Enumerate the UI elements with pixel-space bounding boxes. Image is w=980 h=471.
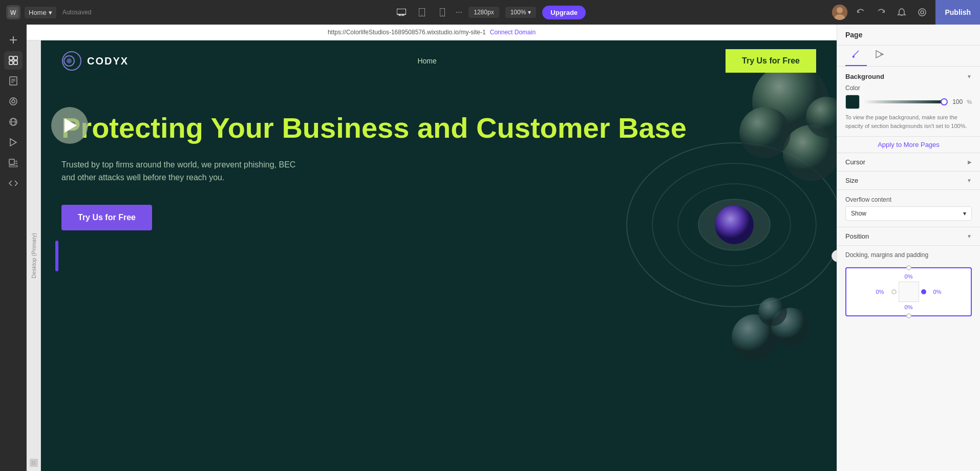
svg-text:W: W — [10, 9, 16, 16]
background-section: Background ▼ Color 100 % To view the pag… — [837, 67, 980, 137]
overflow-label: Overflow content — [845, 196, 972, 203]
url-bar: https://ColorlifeStudios-1689508576.wixs… — [27, 25, 837, 40]
device-toolbar: ··· 1280px 100% ▾ Upgrade — [394, 5, 586, 19]
canvas-resize-handle[interactable] — [55, 241, 58, 271]
docking-top-dot[interactable] — [906, 265, 911, 270]
docking-middle-row: 0% 0% — [851, 282, 966, 302]
canvas-width-selector[interactable]: 1280px — [468, 7, 499, 18]
logo-icon — [61, 51, 82, 71]
svg-point-26 — [12, 100, 15, 103]
size-section[interactable]: Size ▼ — [837, 172, 980, 190]
sidebar-apps-icon[interactable] — [4, 113, 23, 131]
page-canvas[interactable]: CODYX Home Try Us for Free Protecting Yo… — [41, 40, 837, 471]
apply-to-pages-link[interactable]: Apply to More Pages — [837, 137, 980, 153]
nav-home-link[interactable]: Home — [417, 57, 436, 65]
sidebar-design-icon[interactable] — [4, 51, 23, 70]
sidebar-blog-icon[interactable] — [4, 154, 23, 172]
overflow-dropdown[interactable]: Show ▾ — [845, 206, 972, 221]
docking-top-value[interactable]: 0% — [902, 273, 916, 280]
site-logo: CODYX — [61, 51, 129, 71]
color-swatch[interactable] — [845, 95, 860, 109]
tablet-view-button[interactable] — [415, 5, 429, 19]
page-chevron: ▾ — [49, 9, 52, 16]
panel-header: Page — [837, 25, 980, 46]
play-icon — [65, 118, 77, 133]
site-logo-text: CODYX — [87, 55, 129, 67]
docking-left-value[interactable]: 0% — [873, 289, 887, 295]
panel-tabs — [837, 46, 980, 67]
tab-design[interactable] — [845, 46, 867, 66]
docking-label-container: Docking, margins and padding — [837, 246, 980, 261]
sidebar-media-icon[interactable] — [4, 92, 23, 111]
docking-radio-right[interactable] — [921, 289, 926, 294]
canvas-width-value: 1280px — [474, 9, 494, 16]
site-nav-links: Home — [417, 57, 436, 65]
svg-point-7 — [421, 15, 422, 16]
canvas-area: https://ColorlifeStudios-1689508576.wixs… — [27, 25, 837, 471]
cursor-arrow-icon: ▶ — [968, 159, 972, 165]
page-name: Home — [29, 9, 47, 16]
avatar[interactable] — [832, 5, 847, 20]
connect-domain-button[interactable]: Connect Domain — [490, 29, 536, 36]
publish-button[interactable]: Publish — [935, 0, 980, 25]
play-button[interactable] — [51, 107, 88, 144]
svg-point-50 — [67, 58, 72, 63]
notifications-button[interactable] — [894, 5, 909, 19]
mobile-view-button[interactable] — [435, 5, 450, 19]
hero-content: Protecting Your Business and Customer Ba… — [61, 102, 816, 399]
position-section[interactable]: Position ▼ — [837, 227, 980, 246]
desktop-view-button[interactable] — [394, 5, 409, 19]
docking-bottom-value[interactable]: 0% — [902, 304, 916, 310]
background-section-header[interactable]: Background ▼ — [845, 73, 972, 80]
opacity-slider[interactable] — [864, 100, 944, 103]
docking-center-box[interactable] — [899, 282, 919, 302]
left-sidebar — [0, 25, 27, 471]
more-options-icon[interactable]: ··· — [456, 8, 462, 17]
svg-rect-17 — [9, 56, 13, 60]
sidebar-interactions-icon[interactable] — [4, 133, 23, 152]
preview-button[interactable] — [915, 5, 929, 19]
desktop-label-text: Desktop (Primary) — [31, 233, 37, 279]
main-layout: https://ColorlifeStudios-1689508576.wixs… — [0, 25, 980, 471]
docking-label: Docking, margins and padding — [845, 251, 928, 259]
app-logo[interactable]: W — [6, 5, 20, 19]
sidebar-add-icon[interactable] — [4, 31, 23, 49]
svg-rect-2 — [397, 9, 406, 14]
position-label: Position — [845, 232, 869, 240]
right-panel: Page Background ▼ Color 100 — [837, 25, 980, 471]
panel-title: Page — [845, 31, 862, 39]
size-arrow-icon: ▼ — [967, 178, 972, 183]
zoom-selector[interactable]: 100% ▾ — [505, 7, 537, 18]
position-arrow-icon: ▼ — [967, 233, 972, 239]
undo-button[interactable] — [854, 5, 868, 19]
opacity-percent: % — [967, 99, 972, 105]
svg-rect-19 — [9, 61, 13, 65]
canvas-toggle[interactable]: □ — [30, 459, 38, 467]
svg-marker-31 — [10, 139, 16, 146]
top-bar-right: Publish — [832, 0, 974, 25]
page-selector[interactable]: Home ▾ — [25, 7, 56, 18]
canvas-wrapper: Desktop (Primary) □ — [27, 40, 837, 471]
hero-cta-button[interactable]: Try Us for Free — [61, 205, 152, 230]
docking-right-value[interactable]: 0% — [930, 289, 945, 295]
site-cta-button[interactable]: Try Us for Free — [726, 49, 816, 73]
docking-radio-left[interactable] — [891, 289, 897, 294]
sidebar-code-icon[interactable] — [4, 174, 23, 192]
docking-bottom-row: 0% — [851, 304, 966, 310]
docking-bottom-dot[interactable] — [906, 313, 911, 318]
cursor-label: Cursor — [845, 158, 865, 166]
tab-interactions[interactable] — [869, 46, 890, 66]
sidebar-pages-icon[interactable] — [4, 72, 23, 90]
background-note: To view the page background, make sure t… — [845, 113, 972, 130]
svg-point-11 — [837, 7, 843, 13]
svg-point-51 — [853, 56, 855, 58]
docking-radio-group — [891, 282, 926, 302]
color-label: Color — [845, 84, 972, 92]
overflow-value: Show — [851, 210, 866, 217]
hero-subtitle: Trusted by top firms around the world, w… — [61, 158, 297, 184]
svg-point-9 — [442, 15, 443, 16]
cursor-section[interactable]: Cursor ▶ — [837, 153, 980, 172]
redo-button[interactable] — [874, 5, 888, 19]
zoom-chevron-icon: ▾ — [528, 9, 531, 16]
upgrade-button[interactable]: Upgrade — [542, 6, 586, 19]
